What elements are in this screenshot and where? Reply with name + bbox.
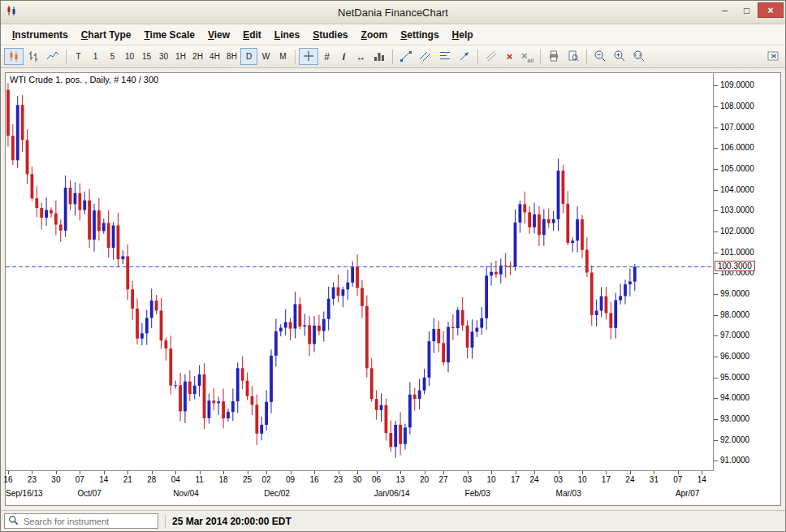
price-tick [714,357,718,357]
price-tick [714,461,718,461]
chart-type-line-button[interactable] [43,48,63,65]
time-label: 21 [123,475,132,484]
time-tick [291,471,292,474]
delete-drawing-button[interactable]: × [501,48,518,65]
price-tick [714,106,718,107]
price-label: 98.0000 [720,310,749,319]
price-label: 97.0000 [720,331,749,340]
trendline-button[interactable] [396,48,416,65]
parallel-lines-button[interactable] [482,48,501,65]
time-tick [582,471,583,474]
time-label: 16 [309,475,318,484]
chart-type-candlestick-button[interactable] [4,48,24,65]
price-label: 99.0000 [720,289,749,298]
time-tick [104,471,105,474]
candles [6,83,637,457]
print-preview-button[interactable] [564,48,583,65]
menu-item-view[interactable]: View [201,27,236,43]
crosshair-button[interactable] [299,48,318,65]
menu-item-lines[interactable]: Lines [268,27,306,43]
volume-button[interactable] [369,48,389,65]
print-button[interactable] [544,48,564,65]
timeframe-5m-button[interactable]: 5 [104,48,121,65]
menu-item-zoom[interactable]: Zoom [355,27,395,43]
zoom-fit-icon [633,50,646,64]
timeframe-15m-button[interactable]: 15 [138,48,155,65]
zoom-out-button[interactable] [590,48,610,65]
time-label: 09 [286,475,295,484]
menu-item-edit[interactable]: Edit [236,27,268,43]
arrow-tool-button[interactable] [455,48,474,65]
time-axis[interactable]: 1623300714212804111825020916233006132027… [6,470,714,505]
trend-channel-button[interactable] [416,48,435,65]
time-label: 10 [577,475,586,484]
title-bar[interactable]: NetDania FinanceChart – □ × [1,1,785,24]
toolbar-separator [392,50,393,64]
horizontal-scale-button[interactable]: ↔ [352,48,369,65]
month-label: Jan/06/14 [374,489,410,498]
instrument-search-box[interactable] [4,513,158,529]
menu-item-instruments[interactable]: Instruments [6,27,75,43]
arrow-icon [458,50,471,64]
timeframe-tick-button[interactable]: T [70,48,87,65]
price-label: 93.0000 [720,414,749,423]
timeframe-monthly-button[interactable]: M [274,48,292,65]
timeframe-2h-button[interactable]: 2H [189,48,206,65]
timeframe-4h-button[interactable]: 4H [206,48,223,65]
price-tick [714,210,718,211]
time-label: 24 [530,475,539,484]
menu-item-time-scale[interactable]: Time Scale [137,27,201,43]
month-label: Dec/02 [264,489,290,498]
timeframe-8h-button[interactable]: 8H [223,48,240,65]
time-tick [357,471,358,474]
info-button[interactable]: i [335,48,352,65]
fibonacci-button[interactable] [435,48,455,65]
time-tick [377,471,378,474]
dock-panel-button[interactable] [763,48,783,65]
toolbar-separator [66,50,67,64]
price-axis[interactable]: 100.3000 109.0000108.0000107.0000106.000… [713,73,780,471]
timeframe-weekly-button[interactable]: W [257,48,274,65]
maximize-button[interactable]: □ [736,2,758,18]
menu-item-settings[interactable]: Settings [394,27,445,43]
timeframe-1m-button[interactable]: 1 [87,48,104,65]
time-tick [400,471,401,474]
parallel-lines-icon [485,50,498,64]
menu-item-studies[interactable]: Studies [306,27,354,43]
print-preview-icon [567,50,580,64]
timeframe-1h-button[interactable]: 1H [172,48,189,65]
toolbar-separator [586,50,587,64]
search-input[interactable] [22,516,154,527]
time-tick [152,471,153,474]
ohlc-bar-icon [27,50,40,64]
zoom-in-button[interactable] [610,48,629,65]
zoom-fit-button[interactable] [629,48,649,65]
statusbar-separator [165,515,166,528]
time-label: 07 [76,475,84,484]
timeframe-10m-button[interactable]: 10 [121,48,138,65]
price-tick [714,148,718,149]
time-tick [266,471,267,474]
chart-plot[interactable] [6,73,714,471]
delete-all-drawings-button[interactable]: ×all [518,48,537,65]
chart-type-bar-button[interactable] [24,48,43,65]
price-tick [714,419,718,420]
time-tick [534,471,535,474]
grid-button[interactable]: # [318,48,335,65]
candlestick-chart [6,73,714,471]
time-label: 16 [3,475,12,484]
minimize-button[interactable]: – [714,2,736,18]
time-tick [127,471,128,474]
time-label: 07 [673,475,682,484]
chart-panel: WTI Crude 1. pos. , Daily, # 140 / 300 1… [5,72,781,506]
chart-area: WTI Crude 1. pos. , Daily, # 140 / 300 1… [1,68,785,510]
timeframe-30m-button[interactable]: 30 [155,48,172,65]
timeframe-daily-button[interactable]: D [240,48,257,65]
time-label: 13 [396,475,405,484]
price-tick [714,128,718,128]
menu-item-help[interactable]: Help [446,27,480,43]
price-label: 91.0000 [720,456,749,465]
close-button[interactable]: × [758,2,784,18]
menu-item-chart-type[interactable]: Chart Type [75,27,138,43]
app-window: NetDania FinanceChart – □ × Instruments … [0,0,786,532]
